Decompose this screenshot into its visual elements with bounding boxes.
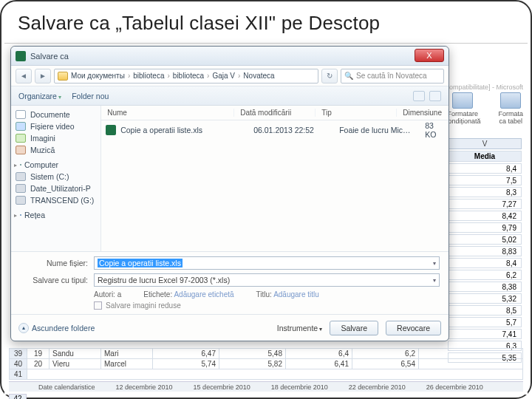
dialog-nav-row: ◄ ► Мои документы› biblioteca› bibliotec… — [11, 66, 449, 86]
organize-menu[interactable]: Organizare — [18, 92, 61, 100]
row-header[interactable]: 40 — [10, 359, 27, 369]
authors-field[interactable]: Autori: a — [94, 290, 121, 299]
row-header[interactable]: 41 — [10, 369, 27, 380]
cell[interactable]: 5,48 — [219, 349, 286, 359]
col-letter[interactable]: V — [448, 138, 522, 149]
slide-title: Salvare ca „Tabelul clasei XII" pe Desct… — [1, 1, 531, 39]
dialog-footer: Ascundere foldere Instrumente Salvare Re… — [11, 314, 449, 341]
cell[interactable]: 7,5 — [448, 175, 522, 185]
network-icon — [20, 214, 21, 216]
help-icon[interactable] — [429, 91, 441, 101]
filetype-select[interactable]: Registru de lucru Excel 97-2003 (*.xls) — [94, 273, 440, 287]
cell[interactable]: Sandu — [50, 349, 101, 359]
sidebar-item-images[interactable]: Imagini — [11, 132, 100, 144]
forward-button[interactable]: ► — [35, 69, 51, 83]
col-header-media: Media — [448, 151, 522, 162]
filename-label: Nume fișier: — [20, 259, 88, 267]
sidebar-group-network[interactable]: Rețea — [11, 206, 100, 221]
cell[interactable]: 19 — [27, 349, 50, 359]
title-label: Titlu: — [256, 290, 272, 299]
file-date: 06.01.2013 22:52 — [253, 126, 335, 134]
cell[interactable]: 5,74 — [153, 359, 219, 369]
cell[interactable]: 8,83 — [448, 246, 522, 256]
crumb[interactable]: biblioteca — [173, 72, 204, 80]
title-placeholder[interactable]: Adăugare titlu — [273, 290, 319, 299]
cell[interactable]: 5,32 — [448, 293, 522, 304]
cancel-button[interactable]: Revocare — [386, 321, 441, 335]
hide-folders-toggle[interactable]: Ascundere foldere — [18, 323, 95, 333]
sidebar-item-music[interactable]: Muzică — [11, 144, 100, 156]
cell[interactable]: 8,4 — [448, 258, 522, 268]
search-icon: 🔍 — [344, 72, 353, 80]
cell[interactable]: 6,54 — [352, 359, 419, 369]
cell[interactable]: 7,27 — [448, 199, 522, 209]
cell[interactable]: 8,3 — [448, 187, 522, 197]
filename-input[interactable]: Copie a operatii liste.xls — [94, 256, 440, 270]
sheet-tab[interactable]: 18 decembrie 2010 — [271, 383, 328, 391]
document-icon — [16, 110, 26, 119]
crumb[interactable]: Мои документы — [71, 72, 125, 80]
cell[interactable]: 7,41 — [448, 329, 522, 339]
col-date[interactable]: Dată modificării — [234, 109, 316, 117]
sidebar-item-drive-c[interactable]: Sistem (C:) — [11, 171, 100, 183]
new-folder-button[interactable]: Folder nou — [72, 92, 109, 100]
row-header[interactable]: 42 — [9, 394, 27, 399]
cell[interactable]: 5,7 — [448, 317, 522, 327]
ribbon-styles-group: Formatare condiționată Formata ca tabel — [445, 92, 523, 125]
tools-menu[interactable]: Instrumente — [277, 324, 323, 332]
file-row[interactable]: Copie a operatii liste.xls 06.01.2013 22… — [106, 123, 444, 137]
cell[interactable]: 5,02 — [448, 234, 522, 245]
cell[interactable]: 6,47 — [153, 349, 219, 359]
back-button[interactable]: ◄ — [16, 69, 32, 83]
dialog-fields: Nume fișier: Copie a operatii liste.xls … — [11, 251, 449, 314]
sidebar-item-drive-data[interactable]: Date_Utilizatori-P — [11, 183, 100, 194]
cell[interactable]: 9,79 — [448, 222, 522, 233]
col-type[interactable]: Tip — [316, 109, 397, 117]
crumb[interactable]: Gaja V — [212, 72, 235, 80]
breadcrumb[interactable]: Мои документы› biblioteca› biblioteca› G… — [54, 69, 318, 83]
sidebar-group-computer[interactable]: Computer — [11, 156, 100, 171]
cell[interactable]: Vieru — [50, 359, 101, 369]
sheet-tab[interactable]: Date calendaristice — [38, 383, 95, 391]
view-mode-icon[interactable] — [413, 91, 425, 101]
dialog-toolbar: Organizare Folder nou — [11, 86, 449, 106]
cell[interactable]: 5,82 — [219, 359, 286, 369]
save-button[interactable]: Salvare — [330, 321, 378, 335]
col-name[interactable]: Nume — [101, 109, 234, 117]
cell[interactable]: Marcel — [101, 359, 153, 369]
cell[interactable]: 6,4 — [286, 349, 352, 359]
cell[interactable]: 8,42 — [448, 211, 522, 221]
sheet-tab[interactable]: 15 decembrie 2010 — [194, 383, 250, 391]
sheet-tab[interactable]: 22 decembrie 2010 — [349, 383, 406, 391]
save-thumbnail-checkbox[interactable]: Salvare imagini reduse — [94, 301, 440, 310]
cell[interactable]: 8,5 — [448, 305, 522, 316]
cell[interactable]: 20 — [27, 359, 50, 369]
tags-placeholder[interactable]: Adăugare etichetă — [174, 290, 233, 299]
sidebar-item-documents[interactable]: Documente — [11, 109, 100, 120]
cell[interactable]: Mari — [101, 349, 153, 359]
tags-label: Etichete: — [143, 290, 172, 299]
col-size[interactable]: Dimensiune — [397, 109, 449, 117]
filetype-label: Salvare cu tipul: — [20, 276, 88, 284]
sidebar-item-drive-g[interactable]: TRANSCEND (G:) — [11, 194, 100, 206]
checkbox-icon — [94, 301, 102, 310]
sheet-tab[interactable]: 12 decembrie 2010 — [116, 383, 173, 391]
crumb[interactable]: biblioteca — [133, 72, 164, 80]
format-as-table-icon[interactable] — [500, 92, 521, 109]
search-placeholder: Se caută în Novateca — [356, 72, 427, 80]
crumb[interactable]: Novateca — [243, 72, 274, 80]
search-input[interactable]: 🔍 Se caută în Novateca — [341, 69, 444, 83]
close-button[interactable]: X — [415, 49, 444, 62]
sheet-tab[interactable]: 26 decembrie 2010 — [426, 383, 483, 391]
row-header[interactable]: 39 — [10, 349, 27, 359]
cell[interactable]: 6,2 — [352, 349, 419, 359]
cell[interactable]: 8,4 — [448, 163, 522, 174]
dialog-titlebar[interactable]: Salvare ca X — [11, 47, 449, 66]
conditional-format-icon[interactable] — [452, 92, 473, 109]
cell[interactable]: 6,2 — [448, 270, 522, 280]
dialog-sidebar: Documente Fișiere video Imagini Muzică C… — [11, 106, 101, 251]
cell[interactable]: 6,41 — [286, 359, 352, 369]
cell[interactable]: 8,38 — [448, 282, 522, 292]
refresh-button[interactable]: ↻ — [321, 69, 338, 83]
sidebar-item-videos[interactable]: Fișiere video — [11, 120, 100, 132]
